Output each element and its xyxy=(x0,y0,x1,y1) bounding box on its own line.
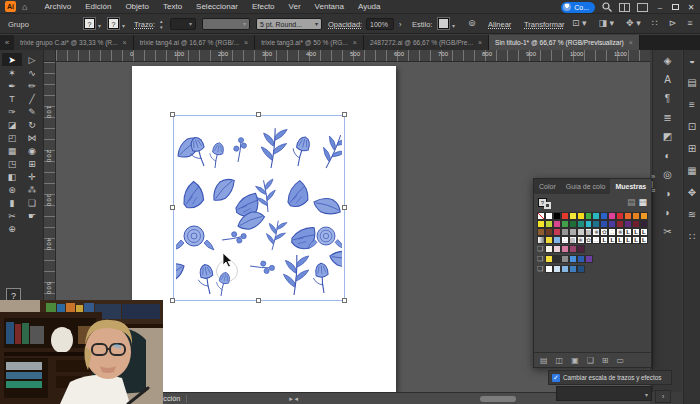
swatch[interactable] xyxy=(545,236,553,244)
gradient-panel-icon[interactable]: ◗ xyxy=(664,208,670,218)
swatch[interactable]: L xyxy=(600,236,608,244)
close-tab-icon[interactable]: × xyxy=(629,35,633,50)
color-panel-icon[interactable]: ◑ xyxy=(664,189,670,199)
artboards-panel-icon[interactable]: ⊞ xyxy=(688,144,696,154)
selection-handle[interactable] xyxy=(342,112,347,117)
stroke-weight-dropdown[interactable]: ▾ xyxy=(170,18,196,30)
minimize-button[interactable]: – xyxy=(655,3,665,12)
swatch[interactable] xyxy=(561,220,569,228)
swatch[interactable]: ∴ xyxy=(592,236,600,244)
swatch[interactable] xyxy=(553,255,561,263)
swatch[interactable] xyxy=(553,228,561,236)
curvature-tool[interactable]: ✏ xyxy=(22,79,42,92)
arrange-icon[interactable]: ✥ ▾ xyxy=(626,18,641,28)
swatch[interactable] xyxy=(545,228,553,236)
swatch[interactable] xyxy=(616,220,624,228)
selection-handle[interactable] xyxy=(170,112,175,117)
horizontal-ruler[interactable]: 010020030040050060070080090010001100 xyxy=(56,50,650,62)
swatch[interactable]: L xyxy=(608,236,616,244)
swatch[interactable]: ❀ xyxy=(616,228,624,236)
panel-collapse-icon[interactable]: » | ≡ xyxy=(651,173,658,194)
symbols-panel-icon[interactable]: ∷ xyxy=(689,232,695,242)
swatch[interactable] xyxy=(624,212,632,220)
libraries-panel-icon[interactable]: ▤ xyxy=(687,78,696,88)
hand-tool[interactable]: ☛ xyxy=(22,209,42,222)
blend-tool[interactable]: ⊛ xyxy=(2,183,22,196)
transform-link[interactable]: Transformar xyxy=(524,20,565,29)
swatch[interactable] xyxy=(537,236,545,244)
options-dropdown[interactable]: ▾ xyxy=(556,386,652,401)
swatch[interactable] xyxy=(632,212,640,220)
pencil-tool[interactable]: ✎ xyxy=(22,105,42,118)
arrange-documents-icon[interactable]: ⊳ xyxy=(669,18,677,28)
select-similar-icon[interactable]: ◨ ▾ xyxy=(599,18,615,28)
menu-ayuda[interactable]: Ayuda xyxy=(351,0,388,14)
swatch[interactable] xyxy=(545,212,553,220)
swatch-kinds-icon[interactable]: ◫ xyxy=(556,356,564,365)
brushes-panel-icon[interactable]: ✥ xyxy=(688,188,696,198)
close-tab-icon[interactable]: × xyxy=(478,35,482,50)
swatch[interactable]: L xyxy=(632,236,640,244)
swatch[interactable] xyxy=(569,220,577,228)
panel-tab-guía-de-colo[interactable]: Guía de colo xyxy=(561,179,611,194)
opacity-expand-icon[interactable]: › xyxy=(399,20,402,29)
home-icon[interactable]: ⌂ xyxy=(22,2,27,12)
document-tab[interactable]: trixie grupo C.ai* @ 33,33 % (R...× xyxy=(14,35,134,50)
delete-swatch-icon[interactable]: ▭ xyxy=(617,356,625,365)
swatch[interactable] xyxy=(553,212,561,220)
swatch[interactable] xyxy=(577,228,585,236)
swatch[interactable] xyxy=(577,212,585,220)
swatch[interactable]: L xyxy=(632,228,640,236)
selection-tool[interactable]: ➤ xyxy=(2,53,22,66)
new-color-group-icon[interactable]: ❏ xyxy=(587,356,594,365)
swatch[interactable] xyxy=(545,245,553,253)
swatch[interactable] xyxy=(537,220,545,228)
menu-seleccionar[interactable]: Seleccionar xyxy=(189,0,245,14)
menu-archivo[interactable]: Archivo xyxy=(37,0,78,14)
export-panel-icon[interactable]: ⊡ xyxy=(688,122,696,132)
swatch[interactable] xyxy=(545,255,553,263)
direct-selection-tool[interactable]: ▷ xyxy=(22,53,42,66)
scissors-panel-icon[interactable]: ✂ xyxy=(663,227,671,237)
swatch[interactable] xyxy=(569,228,577,236)
pen-tool[interactable]: ✒ xyxy=(2,79,22,92)
panel-tab-color[interactable]: Color xyxy=(534,179,561,194)
list-view-icon[interactable]: ▤ xyxy=(627,197,636,207)
swatch[interactable]: ✿ xyxy=(600,228,608,236)
width-profile-dropdown[interactable]: ▾ xyxy=(202,18,250,30)
scale-strokes-option[interactable]: ✓ Cambiar escala de trazos y efectos xyxy=(548,370,672,385)
swatch[interactable] xyxy=(561,228,569,236)
document-tab[interactable]: trixie tang3.ai* @ 50 % (RG...× xyxy=(255,35,364,50)
swatch[interactable] xyxy=(585,255,593,263)
grid-view-icon[interactable]: ▦ xyxy=(638,197,647,207)
swatch[interactable] xyxy=(569,212,577,220)
fill-color-swatch[interactable]: ? xyxy=(84,18,95,29)
selection-handle[interactable] xyxy=(342,298,347,303)
type-tool[interactable]: T xyxy=(2,92,22,105)
swatch[interactable] xyxy=(569,255,577,263)
fill-dropdown-icon[interactable]: ▾ xyxy=(98,22,101,29)
document-tab[interactable]: Sin título-1* @ 66,67 % (RGB/Previsualiz… xyxy=(489,35,640,50)
swatch[interactable]: L xyxy=(640,228,648,236)
width-tool[interactable]: ⋈ xyxy=(22,131,42,144)
color-group-row[interactable]: ❏ xyxy=(534,264,651,274)
close-button[interactable]: ✕ xyxy=(686,3,696,12)
stroke-panel-icon[interactable]: ≋ xyxy=(688,210,696,220)
panel-layout-icon[interactable] xyxy=(637,3,648,12)
color-group-row[interactable]: ❏ xyxy=(534,254,651,264)
align-panel-icon[interactable]: ≣ xyxy=(663,113,671,123)
transparency-panel-icon[interactable]: ◐ xyxy=(664,151,670,161)
paragraph-panel-icon[interactable]: ¶ xyxy=(665,94,670,104)
tab-scroll-icon[interactable]: « xyxy=(0,35,14,50)
panel-tab-muestras[interactable]: Muestras xyxy=(610,179,651,194)
swatch[interactable] xyxy=(561,255,569,263)
document-setup-icon[interactable]: ⊚ xyxy=(468,18,476,28)
swatch[interactable] xyxy=(616,212,624,220)
swatch[interactable]: ∴ xyxy=(561,236,569,244)
swatch[interactable] xyxy=(545,220,553,228)
swatch[interactable]: L xyxy=(640,236,648,244)
eyedropper-tool[interactable]: ✛ xyxy=(22,170,42,183)
swatch[interactable] xyxy=(640,220,648,228)
selection-handle[interactable] xyxy=(256,298,261,303)
eraser-tool[interactable]: ◪ xyxy=(2,118,22,131)
